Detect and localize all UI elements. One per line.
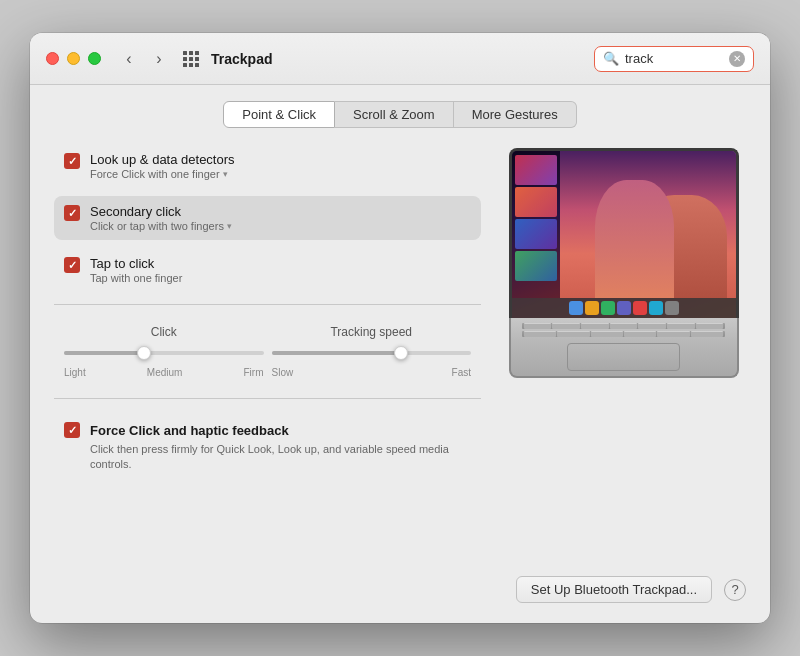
setting-row-lookup: ✓ Look up & data detectors Force Click w…: [54, 144, 481, 188]
laptop-screen: [509, 148, 739, 318]
key: [691, 331, 723, 337]
grid-dot: [195, 63, 199, 67]
tracking-marker-slow: Slow: [272, 367, 294, 378]
tab-scroll-zoom[interactable]: Scroll & Zoom: [335, 101, 454, 128]
dock-icon-settings: [665, 301, 679, 315]
dock-icon-mail: [649, 301, 663, 315]
setting-text-lookup: Look up & data detectors Force Click wit…: [90, 152, 235, 180]
grid-dot: [183, 57, 187, 61]
grid-dot: [195, 51, 199, 55]
screen-dock: [512, 298, 736, 318]
screen-content: [512, 151, 736, 318]
thumbnail-3: [515, 219, 557, 249]
person-left-silhouette: [595, 180, 674, 298]
help-button[interactable]: ?: [724, 579, 746, 601]
click-marker-light: Light: [64, 367, 86, 378]
checkmark-icon: ✓: [68, 208, 77, 219]
trackpad-area: [567, 343, 680, 371]
search-clear-button[interactable]: ✕: [729, 51, 745, 67]
checkmark-icon: ✓: [68, 425, 77, 436]
tracking-slider-fill: [272, 351, 402, 355]
checkmark-icon: ✓: [68, 156, 77, 167]
key: [524, 331, 556, 337]
grid-dot: [183, 51, 187, 55]
key: [696, 323, 724, 329]
force-click-text: Force Click and haptic feedback Click th…: [90, 421, 471, 473]
key: [624, 331, 656, 337]
traffic-lights: [46, 52, 101, 65]
key: [591, 331, 623, 337]
content-area: Point & Click Scroll & Zoom More Gesture…: [30, 85, 770, 623]
click-slider-group: Click Light Medium Firm: [64, 325, 264, 378]
keyboard-rows: [522, 323, 725, 337]
titlebar: ‹ › Trackpad 🔍 ✕: [30, 33, 770, 85]
nav-buttons: ‹ ›: [117, 47, 171, 71]
bottom-bar: Set Up Bluetooth Trackpad... ?: [54, 564, 746, 603]
tracking-slider-group: Tracking speed Slow Fast: [272, 325, 472, 378]
setting-title-tap-click: Tap to click: [90, 256, 182, 271]
checkbox-tap-click[interactable]: ✓: [64, 257, 80, 273]
checkbox-secondary-click[interactable]: ✓: [64, 205, 80, 221]
click-slider-track[interactable]: [64, 351, 264, 355]
divider: [54, 304, 481, 305]
main-layout: ✓ Look up & data detectors Force Click w…: [54, 144, 746, 564]
setting-subtitle-tap-click: Tap with one finger: [90, 272, 182, 284]
key: [657, 331, 689, 337]
window-title: Trackpad: [211, 51, 272, 67]
setting-text-tap-click: Tap to click Tap with one finger: [90, 256, 182, 284]
back-button[interactable]: ‹: [117, 47, 141, 71]
key-row-2: [522, 331, 725, 337]
click-marker-firm: Firm: [243, 367, 263, 378]
dock-icon-music: [617, 301, 631, 315]
close-button[interactable]: [46, 52, 59, 65]
search-bar: 🔍 ✕: [594, 46, 754, 72]
force-click-desc: Click then press firmly for Quick Look, …: [90, 442, 471, 473]
click-slider-fill: [64, 351, 144, 355]
dock-icon-safari: [585, 301, 599, 315]
setting-row-force-click: ✓ Force Click and haptic feedback Click …: [54, 411, 481, 483]
laptop-illustration: [501, 144, 746, 564]
laptop-container: [509, 148, 739, 378]
click-slider-markers: Light Medium Firm: [64, 367, 264, 378]
click-slider-thumb[interactable]: [137, 346, 151, 360]
grid-dot: [189, 57, 193, 61]
dropdown-arrow-icon[interactable]: ▾: [227, 221, 232, 231]
grid-dot: [195, 57, 199, 61]
tracking-slider-track[interactable]: [272, 351, 472, 355]
apps-grid-icon[interactable]: [183, 51, 199, 67]
dock-icon-messages: [601, 301, 615, 315]
forward-button[interactable]: ›: [147, 47, 171, 71]
sliders-section: Click Light Medium Firm: [54, 317, 481, 386]
bluetooth-trackpad-button[interactable]: Set Up Bluetooth Trackpad...: [516, 576, 712, 603]
search-input[interactable]: [625, 51, 723, 66]
grid-dot: [189, 63, 193, 67]
maximize-button[interactable]: [88, 52, 101, 65]
tracking-slider-markers: Slow Fast: [272, 367, 472, 378]
thumbnail-4: [515, 251, 557, 281]
key: [667, 323, 695, 329]
checkbox-lookup[interactable]: ✓: [64, 153, 80, 169]
minimize-button[interactable]: [67, 52, 80, 65]
laptop-keyboard-area: [509, 318, 739, 378]
dock-icon-photos: [633, 301, 647, 315]
tab-bar: Point & Click Scroll & Zoom More Gesture…: [54, 101, 746, 128]
photo-display: [512, 151, 736, 298]
search-icon: 🔍: [603, 51, 619, 66]
tracking-slider-label: Tracking speed: [272, 325, 472, 339]
setting-text-secondary-click: Secondary click Click or tap with two fi…: [90, 204, 232, 232]
thumbnail-2: [515, 187, 557, 217]
key: [552, 323, 580, 329]
setting-subtitle-secondary-click: Click or tap with two fingers ▾: [90, 220, 232, 232]
settings-panel: ✓ Look up & data detectors Force Click w…: [54, 144, 481, 564]
key: [638, 323, 666, 329]
key: [557, 331, 589, 337]
tab-point-click[interactable]: Point & Click: [223, 101, 335, 128]
click-marker-medium: Medium: [147, 367, 183, 378]
key: [581, 323, 609, 329]
tracking-marker-fast: Fast: [452, 367, 471, 378]
tab-more-gestures[interactable]: More Gestures: [454, 101, 577, 128]
checkbox-force-click[interactable]: ✓: [64, 422, 80, 438]
setting-row-secondary-click: ✓ Secondary click Click or tap with two …: [54, 196, 481, 240]
photo-sidebar: [512, 151, 560, 298]
tracking-slider-thumb[interactable]: [394, 346, 408, 360]
